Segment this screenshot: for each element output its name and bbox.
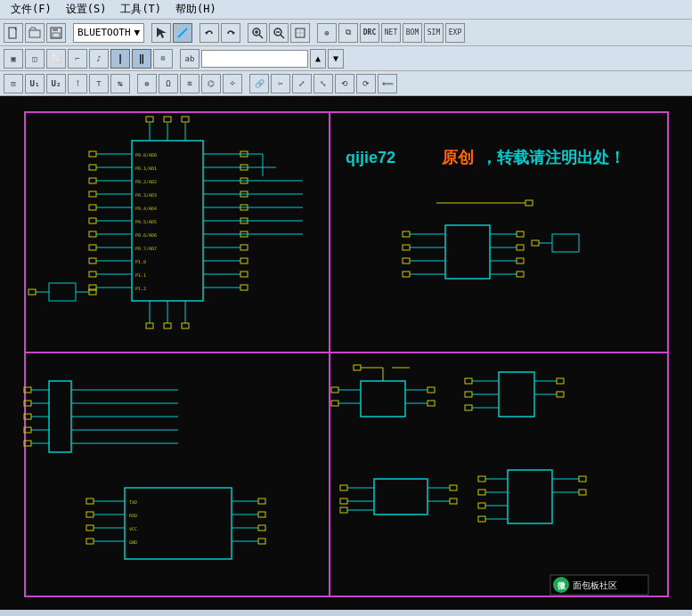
tb3-btn2[interactable]: U₁ xyxy=(25,74,45,93)
netlist-button[interactable]: NET xyxy=(381,23,401,43)
pointer-tool[interactable] xyxy=(151,23,171,43)
tb3-btn11[interactable]: ⟣ xyxy=(223,74,242,93)
tb2-btn5[interactable]: ♪ xyxy=(89,49,109,69)
menu-tools[interactable]: 工具(T) xyxy=(113,0,168,19)
tb3-btn6[interactable]: ↹ xyxy=(110,74,130,93)
tb3-btn4[interactable]: ⊺ xyxy=(68,74,87,93)
tb3-btn14[interactable]: ⤢ xyxy=(292,74,312,93)
toolbar3: ⊡ U₁ U₂ ⊺ ⊤ ↹ ⊕ Ω ≋ ⌬ ⟣ 🔗 ✂ ⤢ ⤡ ⟲ ⟳ ⟸ xyxy=(0,71,692,96)
tb2-btn1[interactable]: ▣ xyxy=(4,49,23,69)
sim-button[interactable]: SIM xyxy=(424,23,444,43)
tb3-btn16[interactable]: ⟲ xyxy=(335,74,354,93)
tb3-btn17[interactable]: ⟳ xyxy=(356,74,376,93)
svg-line-12 xyxy=(259,35,263,38)
svg-rect-0 xyxy=(9,28,16,38)
zoom-all-button[interactable] xyxy=(290,23,310,43)
open-button[interactable] xyxy=(25,23,45,43)
svg-text:，转载请注明出处！: ，转载请注明出处！ xyxy=(481,148,625,166)
new-button[interactable] xyxy=(4,23,23,43)
tb3-btn1[interactable]: ⊡ xyxy=(4,74,23,93)
svg-text:P1.1: P1.1 xyxy=(135,272,146,278)
tb3-btn5[interactable]: ⊤ xyxy=(89,74,109,93)
paste-button[interactable]: ⧉ xyxy=(338,23,358,43)
svg-rect-3 xyxy=(53,28,58,31)
tb3-btn10[interactable]: ⌬ xyxy=(201,74,221,93)
drc-button[interactable]: DRC xyxy=(360,23,379,43)
svg-marker-7 xyxy=(205,32,208,35)
tb2-btn8[interactable]: ⊞ xyxy=(153,49,173,69)
tb3-btn7[interactable]: ⊕ xyxy=(137,74,157,93)
export-button[interactable]: EXP xyxy=(445,23,465,43)
svg-text:P1.2: P1.2 xyxy=(135,286,146,291)
svg-text:微: 微 xyxy=(557,581,566,590)
svg-text:P0.4/AD4: P0.4/AD4 xyxy=(135,206,157,211)
tb3-btn8[interactable]: Ω xyxy=(159,74,178,93)
menu-file[interactable]: 文件(F) xyxy=(4,0,59,19)
svg-text:P0.2/AD2: P0.2/AD2 xyxy=(135,179,157,184)
tb3-btn18[interactable]: ⟸ xyxy=(378,74,397,93)
tb2-btn2[interactable]: ◫ xyxy=(25,49,45,69)
svg-text:原创: 原创 xyxy=(441,149,474,166)
svg-text:P0.3/AD3: P0.3/AD3 xyxy=(135,192,157,198)
sheet-name: BLUETOOTH xyxy=(77,27,131,38)
undo-button[interactable] xyxy=(199,23,219,43)
svg-text:P1.0: P1.0 xyxy=(135,259,146,264)
tb2-btn4[interactable]: ⌐ xyxy=(68,49,87,69)
save-button[interactable] xyxy=(46,23,66,43)
redo-button[interactable] xyxy=(221,23,240,43)
svg-text:TXD: TXD xyxy=(129,499,137,505)
menubar: 文件(F) 设置(S) 工具(T) 帮助(H) xyxy=(0,0,692,20)
copy-sheet-button[interactable]: ⊕ xyxy=(317,23,337,43)
svg-line-6 xyxy=(178,28,187,37)
svg-text:qijie72: qijie72 xyxy=(346,149,395,166)
wire-tool[interactable] xyxy=(173,23,192,43)
tb2-btn9[interactable]: ab xyxy=(180,49,199,69)
tb3-btn13[interactable]: ✂ xyxy=(271,74,290,93)
zoom-out-button[interactable] xyxy=(269,23,289,43)
toolbar1: BLUETOOTH ▼ ⊕ ⧉ DRC NET BOM SIM EXP xyxy=(0,20,692,46)
svg-marker-5 xyxy=(157,28,167,38)
bom-button[interactable]: BOM xyxy=(403,23,422,43)
canvas-area[interactable]: P0.0/AD0 P0.1/AD1 P0.2/AD2 P0.3/AD3 P0.4… xyxy=(0,96,692,610)
toolbar2: ▣ ◫ ⬜ ⌐ ♪ | ‖ ⊞ ab ▲ ▼ xyxy=(0,46,692,71)
tb2-btn6[interactable]: | xyxy=(110,49,130,69)
svg-text:P0.7/AD7: P0.7/AD7 xyxy=(135,246,157,251)
svg-text:VCC: VCC xyxy=(129,526,137,531)
text-up-button[interactable]: ▲ xyxy=(310,49,326,69)
svg-text:GND: GND xyxy=(129,539,137,545)
menu-settings[interactable]: 设置(S) xyxy=(59,0,114,19)
menu-help[interactable]: 帮助(H) xyxy=(168,0,224,19)
svg-rect-1 xyxy=(29,30,40,37)
tb3-btn12[interactable]: 🔗 xyxy=(249,74,269,93)
svg-text:面包板社区: 面包板社区 xyxy=(573,580,617,590)
text-down-button[interactable]: ▼ xyxy=(328,49,344,69)
text-input[interactable] xyxy=(201,50,308,68)
svg-text:P0.6/AD6: P0.6/AD6 xyxy=(135,232,157,238)
svg-text:P0.1/AD1: P0.1/AD1 xyxy=(135,166,157,171)
svg-text:P0.5/AD5: P0.5/AD5 xyxy=(135,219,157,224)
tb2-btn7[interactable]: ‖ xyxy=(132,49,151,69)
tb3-btn9[interactable]: ≋ xyxy=(180,74,199,93)
tb2-btn3[interactable]: ⬜ xyxy=(46,49,66,69)
svg-text:RXD: RXD xyxy=(129,513,137,518)
svg-text:P0.0/AD0: P0.0/AD0 xyxy=(135,152,157,158)
sheet-dropdown[interactable]: BLUETOOTH ▼ xyxy=(73,23,144,43)
svg-rect-4 xyxy=(53,33,60,37)
tb3-btn15[interactable]: ⤡ xyxy=(313,74,333,93)
svg-marker-8 xyxy=(232,32,235,35)
tb3-btn3[interactable]: U₂ xyxy=(46,74,66,93)
svg-line-15 xyxy=(281,35,284,38)
zoom-in-button[interactable] xyxy=(248,23,267,43)
